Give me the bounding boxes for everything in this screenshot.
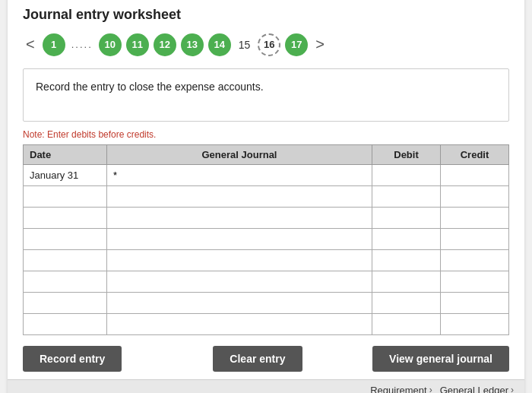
cell-date-4[interactable] [24,249,107,271]
table-row [24,313,509,334]
prev-arrow[interactable]: < [23,36,38,53]
nav-item-1[interactable]: 1 [43,33,65,56]
note-text: Note: Enter debits before credits. [23,129,509,140]
tab-requirement[interactable]: Requirement › [370,385,432,394]
navigation-row: < 1 ..... 10 11 12 13 14 15 16 17 > [23,33,509,56]
table-row [24,292,509,313]
button-row: Record entry Clear entry View general jo… [23,346,509,379]
col-header-credit: Credit [441,144,509,164]
cell-credit-6[interactable] [441,292,509,313]
bottom-tab-bar: Requirement › General Ledger › [8,379,524,394]
cell-credit-3[interactable] [441,228,509,249]
cell-credit-5[interactable] [441,271,509,292]
nav-dots: ..... [70,39,94,50]
view-general-journal-button[interactable]: View general journal [372,346,509,372]
cell-date-7[interactable] [24,313,107,334]
table-row [24,271,509,292]
cell-journal-3[interactable] [107,228,372,249]
general-ledger-chevron-icon: › [511,385,514,393]
tab-requirement-label: Requirement [370,385,426,394]
nav-item-14[interactable]: 14 [208,33,231,56]
cell-journal-1[interactable] [107,185,372,207]
cell-journal-0[interactable]: * [107,164,372,185]
cell-debit-0[interactable] [372,164,441,185]
cell-debit-4[interactable] [372,249,441,271]
cell-date-1[interactable] [24,185,107,207]
journal-table: Date General Journal Debit Credit Januar… [23,144,509,335]
cell-journal-5[interactable] [107,271,372,292]
cell-debit-3[interactable] [372,228,441,249]
cell-date-6[interactable] [24,292,107,313]
cell-debit-2[interactable] [372,207,441,228]
instruction-box: Record the entry to close the expense ac… [23,68,509,122]
table-row: January 31* [24,164,509,185]
col-header-journal: General Journal [107,144,372,164]
col-header-date: Date [24,144,107,164]
cell-credit-4[interactable] [441,249,509,271]
nav-item-16[interactable]: 16 [258,33,280,56]
nav-item-13[interactable]: 13 [181,33,204,56]
requirement-chevron-icon: › [429,385,432,393]
col-header-debit: Debit [372,144,441,164]
table-row [24,207,509,228]
next-arrow[interactable]: > [312,36,328,53]
table-row [24,185,509,207]
cell-credit-7[interactable] [441,313,509,334]
cell-journal-2[interactable] [107,207,372,228]
table-row [24,249,509,271]
main-container: Journal entry worksheet < 1 ..... 10 11 … [8,0,524,393]
cell-date-2[interactable] [24,207,107,228]
cell-debit-7[interactable] [372,313,441,334]
record-entry-button[interactable]: Record entry [23,346,122,372]
nav-item-10[interactable]: 10 [99,33,122,56]
nav-item-15[interactable]: 15 [236,39,254,51]
table-row [24,228,509,249]
cell-debit-1[interactable] [372,185,441,207]
nav-item-12[interactable]: 12 [154,33,176,56]
cell-credit-0[interactable] [441,164,509,185]
nav-item-17[interactable]: 17 [285,33,308,56]
page-title: Journal entry worksheet [23,7,509,23]
cell-debit-6[interactable] [372,292,441,313]
cell-date-5[interactable] [24,271,107,292]
cell-credit-2[interactable] [441,207,509,228]
cell-journal-6[interactable] [107,292,372,313]
cell-date-3[interactable] [24,228,107,249]
nav-item-11[interactable]: 11 [126,33,149,56]
cell-credit-1[interactable] [441,185,509,207]
cell-date-0[interactable]: January 31 [24,164,107,185]
clear-entry-button[interactable]: Clear entry [213,346,302,372]
cell-journal-4[interactable] [107,249,372,271]
cell-debit-5[interactable] [372,271,441,292]
instruction-text: Record the entry to close the expense ac… [36,81,264,93]
tab-general-ledger-label: General Ledger [440,385,508,394]
cell-journal-7[interactable] [107,313,372,334]
tab-general-ledger[interactable]: General Ledger › [440,385,514,394]
